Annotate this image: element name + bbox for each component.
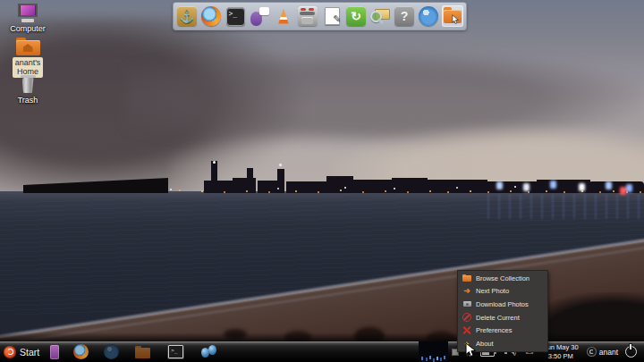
home-folder-icon bbox=[16, 38, 40, 55]
thunderbird-icon bbox=[104, 344, 119, 359]
start-button[interactable]: Start bbox=[0, 341, 45, 362]
menu-item-download-photos[interactable]: Download Photos bbox=[458, 298, 547, 311]
user-menu[interactable]: anant bbox=[587, 347, 618, 357]
help-icon[interactable]: ? bbox=[394, 5, 415, 27]
menu-item-delete-current[interactable]: Delete Current bbox=[458, 311, 547, 324]
arrow-right-icon: ➜ bbox=[462, 287, 471, 296]
mail-search-icon[interactable] bbox=[369, 5, 391, 27]
green-refresh-app-icon[interactable]: ↻ bbox=[345, 5, 367, 27]
city-skyline bbox=[161, 159, 644, 193]
screen-app-icon bbox=[50, 345, 59, 359]
taskbar-window-blue-grapes-app[interactable] bbox=[192, 341, 228, 362]
desktop-icon-trash[interactable]: Trash bbox=[2, 75, 54, 105]
star-icon: ★ bbox=[462, 339, 471, 348]
package-control-icon[interactable] bbox=[297, 5, 318, 27]
blue-grapes-icon bbox=[201, 345, 219, 359]
tower-lights bbox=[213, 161, 216, 164]
photo-thumbnail[interactable] bbox=[419, 341, 448, 362]
webilder-context-menu: Browse Collection ➜ Next Photo Download … bbox=[457, 270, 548, 352]
file-manager-icon[interactable] bbox=[442, 5, 463, 27]
menu-item-about[interactable]: ★ About bbox=[458, 337, 547, 350]
firefox-icon bbox=[73, 344, 89, 359]
taskbar-window-screen-app[interactable] bbox=[45, 341, 66, 362]
vlc-icon[interactable] bbox=[273, 5, 294, 27]
no-entry-icon bbox=[462, 313, 471, 322]
desktop-icon-label: Computer bbox=[10, 24, 46, 33]
terminal-icon[interactable]: >_ bbox=[225, 5, 246, 27]
desktop: Computer anant's Home Trash ⚓ >_ bbox=[0, 0, 644, 362]
taskbar-window-terminal-active[interactable]: >_ bbox=[159, 341, 192, 362]
taskbar-window-firefox[interactable] bbox=[66, 341, 96, 362]
city-lights-blue-glow bbox=[496, 181, 503, 189]
thunderbird-icon[interactable] bbox=[418, 5, 439, 27]
firefox-icon[interactable] bbox=[200, 5, 222, 27]
desktop-icon-computer[interactable]: Computer bbox=[2, 4, 54, 33]
menu-item-preferences[interactable]: Preferences bbox=[458, 324, 547, 337]
computer-icon bbox=[16, 4, 39, 22]
power-button-icon[interactable] bbox=[625, 346, 637, 358]
camera-icon bbox=[462, 299, 471, 308]
taskbar-window-file-manager[interactable] bbox=[127, 341, 159, 362]
terminal-icon: >_ bbox=[168, 345, 183, 358]
user-avatar-icon bbox=[587, 347, 597, 357]
folder-icon bbox=[462, 274, 471, 282]
water-light-reflections bbox=[487, 194, 644, 219]
menu-item-next-photo[interactable]: ➜ Next Photo bbox=[458, 285, 547, 299]
desktop-icon-label: Trash bbox=[18, 96, 38, 105]
folder-icon bbox=[135, 346, 151, 358]
text-editor-icon[interactable]: ✎ bbox=[321, 5, 343, 27]
menu-item-browse-collection[interactable]: Browse Collection bbox=[458, 272, 547, 285]
tools-icon bbox=[462, 326, 471, 335]
desktop-icon-home[interactable]: anant's Home bbox=[2, 38, 54, 78]
start-logo-icon bbox=[4, 346, 16, 358]
city-lights-white bbox=[161, 183, 163, 185]
cursor-arrow-icon bbox=[452, 14, 460, 25]
top-dock: ⚓ >_ ✎ ↻ ? bbox=[173, 2, 467, 30]
pidgin-icon[interactable] bbox=[249, 5, 270, 27]
taskbar-window-thunderbird[interactable] bbox=[96, 341, 127, 362]
docky-anchor-icon[interactable]: ⚓ bbox=[176, 5, 198, 27]
trash-icon bbox=[21, 75, 36, 94]
